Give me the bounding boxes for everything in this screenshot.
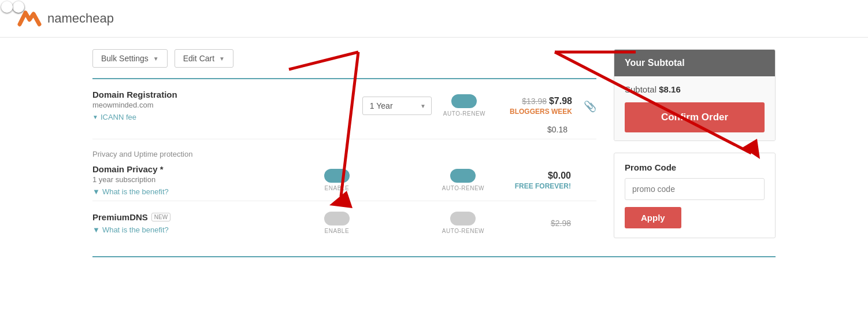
domain-row-top: Domain Registration meowminded.com ▼ ICA…	[92, 90, 596, 121]
icann-fee-price: $0.18	[547, 125, 567, 134]
premium-autorenew-toggle-wrap: AUTO-RENEW	[442, 212, 484, 234]
privacy-autorenew-label: AUTO-RENEW	[442, 185, 484, 191]
icann-chevron-icon: ▼	[92, 114, 98, 120]
premium-benefit-label: What is the benefit?	[102, 225, 169, 234]
year-selector[interactable]: 1 Year 2 Years 3 Years	[362, 97, 432, 115]
promo-code-section: Promo Code Apply	[614, 153, 776, 238]
toolbar: Bulk Settings ▼ Edit Cart ▼	[92, 49, 596, 68]
year-select-wrap[interactable]: 1 Year 2 Years 3 Years	[362, 97, 432, 115]
domain-price-area: $13.98 $7.98 BLOGGERS WEEK	[497, 96, 572, 116]
premium-title: PremiumDNS NEW	[92, 212, 313, 222]
subtotal-body: Subtotal $8.16 Confirm Order	[614, 76, 775, 140]
subtotal-box: Your Subtotal Subtotal $8.16 Confirm Ord…	[614, 49, 776, 141]
subtotal-header: Your Subtotal	[614, 50, 775, 76]
header: namecheap	[0, 0, 868, 38]
domain-autorenew-toggle[interactable]	[451, 94, 477, 108]
domain-price-original: $13.98	[522, 97, 547, 106]
premium-row-top: PremiumDNS NEW ▼ What is the benefit? EN…	[92, 212, 596, 234]
edit-cart-chevron-icon: ▼	[219, 56, 225, 62]
premium-autorenew-thumb	[1, 1, 13, 13]
privacy-enable-toggle[interactable]	[324, 169, 350, 183]
domain-registration-row: Domain Registration meowminded.com ▼ ICA…	[92, 79, 596, 139]
premium-benefit-chevron-icon: ▼	[92, 225, 100, 234]
bottom-border-line	[92, 256, 776, 257]
premium-autorenew-label: AUTO-RENEW	[442, 228, 484, 234]
confirm-order-button[interactable]: Confirm Order	[625, 102, 765, 132]
privacy-autorenew-thumb	[13, 1, 24, 13]
premium-enable-label: ENABLE	[325, 228, 349, 234]
privacy-benefit-link[interactable]: ▼ What is the benefit?	[92, 187, 313, 196]
subtotal-value: $8.16	[659, 84, 681, 94]
domain-price-current: $7.98	[549, 96, 572, 106]
bulk-settings-label: Bulk Settings	[101, 54, 149, 63]
edit-cart-label: Edit Cart	[183, 54, 214, 63]
apply-button[interactable]: Apply	[625, 207, 681, 228]
privacy-section: Privacy and Uptime protection Domain Pri…	[92, 139, 596, 201]
privacy-autorenew-toggle-wrap: AUTO-RENEW	[442, 169, 484, 191]
premium-price-original: $2.98	[551, 219, 571, 228]
bulk-settings-button[interactable]: Bulk Settings ▼	[92, 49, 168, 68]
privacy-price-area: $0.00 FREE FOREVER!	[496, 171, 571, 190]
privacy-free-label: FREE FOREVER!	[496, 182, 571, 190]
privacy-row-top: Domain Privacy * 1 year subscription ▼ W…	[92, 164, 596, 196]
left-section: Bulk Settings ▼ Edit Cart ▼ Domain Regis…	[92, 49, 596, 239]
premium-enable-toggle-wrap: ENABLE	[324, 212, 350, 234]
premium-price-area: $2.98	[496, 219, 571, 228]
right-sidebar: Your Subtotal Subtotal $8.16 Confirm Ord…	[614, 49, 776, 239]
domain-title: Domain Registration	[92, 90, 351, 99]
premium-info: PremiumDNS NEW ▼ What is the benefit?	[92, 212, 313, 234]
premium-dns-section: PremiumDNS NEW ▼ What is the benefit? EN…	[92, 201, 596, 239]
domain-promo-label: BLOGGERS WEEK	[497, 108, 572, 116]
premium-autorenew-toggle[interactable]	[450, 212, 476, 225]
privacy-price: $0.00	[548, 171, 571, 180]
promo-code-input[interactable]	[625, 178, 765, 200]
privacy-category-label: Privacy and Uptime protection	[92, 150, 596, 158]
privacy-autorenew-toggle[interactable]	[450, 169, 476, 183]
privacy-benefit-label: What is the benefit?	[102, 187, 169, 196]
logo-text: namecheap	[47, 11, 114, 26]
privacy-enable-label: ENABLE	[325, 185, 349, 191]
bulk-settings-chevron-icon: ▼	[153, 56, 159, 62]
domain-autorenew-label: AUTO-RENEW	[443, 110, 485, 117]
subtotal-label: Subtotal	[625, 84, 656, 94]
privacy-info: Domain Privacy * 1 year subscription ▼ W…	[92, 164, 313, 196]
privacy-title: Domain Privacy *	[92, 164, 313, 174]
premium-enable-toggle[interactable]	[324, 212, 350, 225]
logo: namecheap	[17, 8, 114, 29]
edit-cart-button[interactable]: Edit Cart ▼	[175, 49, 233, 68]
premium-benefit-link[interactable]: ▼ What is the benefit?	[92, 225, 313, 234]
privacy-enable-toggle-wrap: ENABLE	[324, 169, 350, 191]
privacy-title-text: Domain Privacy *	[92, 164, 164, 174]
clip-icon: 📎	[584, 100, 596, 113]
promo-code-title: Promo Code	[625, 162, 765, 172]
domain-autorenew-toggle-wrap: AUTO-RENEW	[443, 94, 485, 117]
main-content: Bulk Settings ▼ Edit Cart ▼ Domain Regis…	[0, 38, 868, 250]
domain-name: meowminded.com	[92, 101, 351, 109]
year-select[interactable]: 1 Year 2 Years 3 Years	[362, 97, 432, 115]
privacy-benefit-chevron-icon: ▼	[92, 187, 100, 196]
icann-fee-toggle[interactable]: ▼ ICANN fee	[92, 113, 351, 121]
subtotal-amount: Subtotal $8.16	[625, 84, 765, 94]
domain-info: Domain Registration meowminded.com ▼ ICA…	[92, 90, 351, 121]
premium-title-text: PremiumDNS	[92, 212, 148, 222]
icann-fee-label: ICANN fee	[101, 113, 136, 121]
privacy-sub: 1 year subscription	[92, 175, 313, 184]
premium-new-badge: NEW	[151, 213, 170, 221]
